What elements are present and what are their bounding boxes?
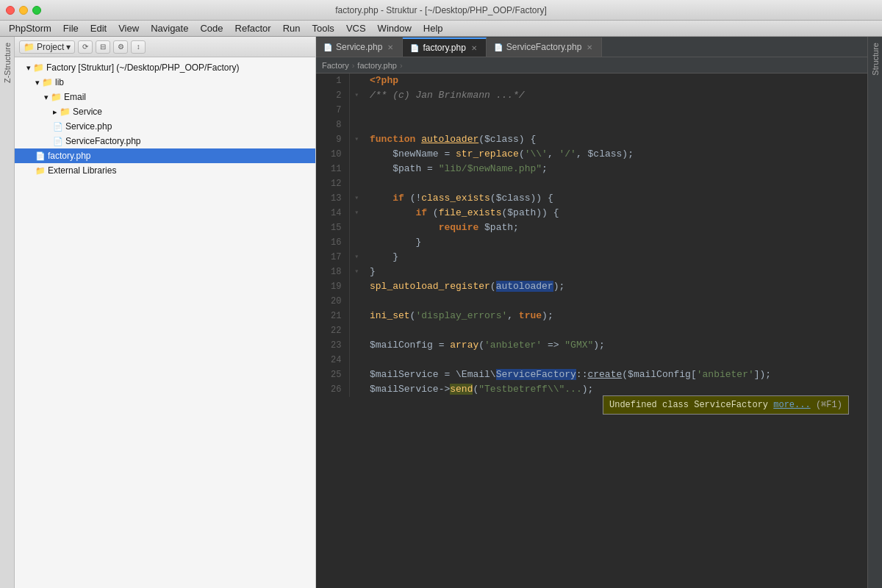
- menu-file[interactable]: File: [57, 21, 85, 36]
- right-panel: 📄 Service.php ✕ 📄 factory.php ✕ 📄 Servic…: [316, 37, 867, 588]
- line-number-20: 20: [316, 294, 349, 309]
- code-line-25: 25 $mailService = \Email\ServiceFactory:…: [316, 368, 867, 382]
- line-gutter-26: [349, 382, 364, 397]
- tree-label-lib: lib: [55, 77, 64, 87]
- sync-button[interactable]: ⟳: [78, 40, 93, 54]
- tooltip-more-link[interactable]: more...: [773, 400, 810, 410]
- maximize-button[interactable]: [32, 6, 41, 15]
- breadcrumb-factory-php[interactable]: factory.php: [357, 61, 397, 70]
- collapse-button[interactable]: ⊟: [96, 40, 110, 54]
- folder-icon-service: 📁: [60, 107, 71, 117]
- code-line-9: 9 ▾ function autoloader($class) {: [316, 132, 867, 147]
- line-content-8: [364, 118, 867, 132]
- fold-icon-13[interactable]: ▾: [354, 194, 359, 202]
- tab-close-service[interactable]: ✕: [386, 43, 395, 52]
- sidebar-toolbar: 📁 Project ▾ ⟳ ⊟ ⚙ ↕: [15, 37, 315, 57]
- line-content-11: $path = "lib/$newName.php";: [364, 162, 867, 176]
- fold-icon-14[interactable]: ▾: [354, 209, 359, 217]
- folder-open-icon-lib: ▾: [35, 78, 40, 87]
- line-gutter-21: [349, 309, 364, 323]
- line-gutter-22: [349, 323, 364, 338]
- line-content-7: [364, 103, 867, 118]
- menu-phpstorm[interactable]: PhpStorm: [3, 21, 57, 36]
- tree-item-email[interactable]: ▾ 📁 Email: [15, 90, 315, 104]
- menu-tools[interactable]: Tools: [306, 21, 340, 36]
- folder-closed-icon-ext: 📁: [35, 166, 46, 176]
- folder-open-icon: ▾: [26, 63, 31, 73]
- menu-code[interactable]: Code: [194, 21, 229, 36]
- line-gutter-10: [349, 147, 364, 162]
- line-content-24: [364, 353, 867, 368]
- fold-icon-9[interactable]: ▾: [354, 135, 359, 143]
- tree-label-email: Email: [64, 92, 86, 102]
- right-vtab-label[interactable]: Structure: [870, 37, 881, 82]
- code-line-26: 26 $mailService->send("Testbetreff\\"...…: [316, 382, 867, 397]
- file-tree: ▾ 📁 Factory [Struktur] (~/Desktop/PHP_OO…: [15, 57, 315, 588]
- sidebar: 📁 Project ▾ ⟳ ⊟ ⚙ ↕ ▾ 📁 Factory [Struktu…: [15, 37, 316, 588]
- line-content-10: $newName = str_replace('\\', '/', $class…: [364, 147, 867, 162]
- code-line-22: 22: [316, 323, 867, 338]
- menu-window[interactable]: Window: [372, 21, 417, 36]
- fold-icon-18[interactable]: ▾: [354, 268, 359, 276]
- menu-refactor[interactable]: Refactor: [229, 21, 277, 36]
- tab-factory-php[interactable]: 📄 factory.php ✕: [403, 37, 486, 57]
- left-vtab-label[interactable]: Z-Structure: [1, 37, 13, 89]
- tree-item-service-php[interactable]: 📄 Service.php: [15, 119, 315, 134]
- line-number-18: 18: [316, 265, 349, 279]
- code-line-2: 2 ▾ /** (c) Jan Brinkmann ...*/: [316, 88, 867, 103]
- close-button[interactable]: [6, 6, 15, 15]
- line-content-13: if (!class_exists($class)) {: [364, 191, 867, 206]
- fold-icon-17[interactable]: ▾: [354, 253, 359, 261]
- fold-icon-2[interactable]: ▾: [354, 91, 359, 99]
- code-line-15: 15 require $path;: [316, 220, 867, 235]
- tree-label-external-libs: External Libraries: [48, 165, 116, 176]
- project-icon: 📁: [24, 42, 35, 52]
- line-content-22: [364, 323, 867, 338]
- tab-icon-service: 📄: [323, 43, 332, 51]
- menu-vcs[interactable]: VCS: [340, 21, 372, 36]
- minimize-button[interactable]: [19, 6, 28, 15]
- code-area[interactable]: 1 <?php 2 ▾ /** (c) Jan Brinkmann ...*/ …: [316, 74, 867, 588]
- line-content-17: }: [364, 250, 867, 265]
- line-gutter-12: [349, 176, 364, 191]
- code-line-19: 19 spl_autoload_register(autoloader);: [316, 279, 867, 294]
- code-line-24: 24: [316, 353, 867, 368]
- tab-icon-factory: 📄: [410, 44, 419, 52]
- scroll-button[interactable]: ↕: [131, 40, 146, 54]
- tree-item-factory-php[interactable]: 📄 factory.php: [15, 148, 315, 163]
- folder-open-icon-email: ▾: [44, 93, 49, 102]
- menu-run[interactable]: Run: [277, 21, 306, 36]
- line-number-15: 15: [316, 220, 349, 235]
- tree-label-service: Service: [73, 107, 102, 117]
- menu-help[interactable]: Help: [417, 21, 449, 36]
- settings-button[interactable]: ⚙: [113, 40, 128, 54]
- tree-item-servicefactory-php[interactable]: 📄 ServiceFactory.php: [15, 134, 315, 148]
- tooltip-text: Undefined class ServiceFactory: [609, 400, 768, 410]
- right-vtab: Structure: [867, 37, 882, 588]
- code-line-21: 21 ini_set('display_errors', true);: [316, 309, 867, 323]
- menu-edit[interactable]: Edit: [85, 21, 112, 36]
- project-dropdown[interactable]: 📁 Project ▾: [19, 40, 75, 54]
- breadcrumb-factory[interactable]: Factory: [322, 61, 349, 70]
- menu-navigate[interactable]: Navigate: [145, 21, 194, 36]
- line-number-25: 25: [316, 368, 349, 382]
- menu-view[interactable]: View: [112, 21, 145, 36]
- code-line-18: 18 ▾ }: [316, 265, 867, 279]
- tree-item-lib[interactable]: ▾ 📁 lib: [15, 75, 315, 90]
- line-number-16: 16: [316, 235, 349, 250]
- line-gutter-18: ▾: [349, 265, 364, 279]
- tab-service-php[interactable]: 📄 Service.php ✕: [316, 37, 403, 57]
- line-content-16: }: [364, 235, 867, 250]
- tree-item-external-libs[interactable]: 📁 External Libraries: [15, 163, 315, 178]
- tree-item-service-folder[interactable]: ▸ 📁 Service: [15, 104, 315, 119]
- breadcrumb-sep-1: ›: [352, 61, 355, 70]
- tab-servicefactory-php[interactable]: 📄 ServiceFactory.php ✕: [487, 37, 603, 57]
- tree-item-factory-root[interactable]: ▾ 📁 Factory [Struktur] (~/Desktop/PHP_OO…: [15, 60, 315, 75]
- line-number-9: 9: [316, 132, 349, 147]
- menubar: PhpStorm File Edit View Navigate Code Re…: [0, 21, 882, 37]
- tree-label-service-php: Service.php: [65, 121, 112, 132]
- line-gutter-1: [349, 74, 364, 88]
- tab-close-factory[interactable]: ✕: [470, 43, 478, 53]
- tab-close-servicefactory[interactable]: ✕: [585, 43, 594, 52]
- line-gutter-16: [349, 235, 364, 250]
